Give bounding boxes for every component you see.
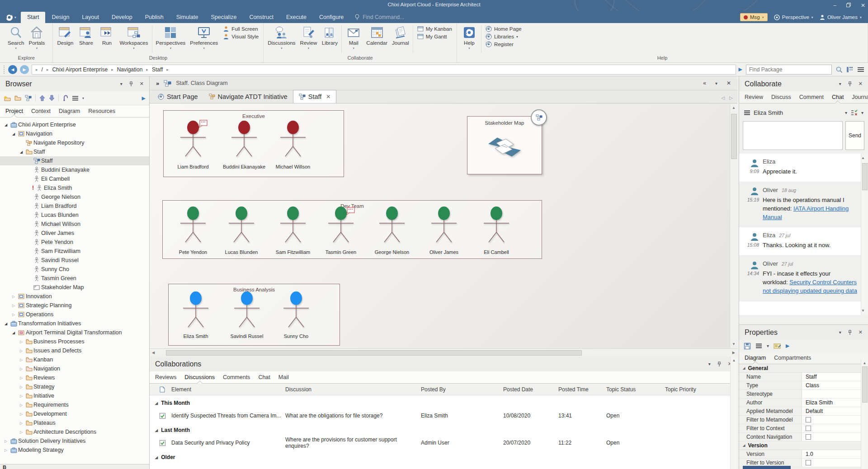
browser-tab-project[interactable]: Project bbox=[5, 105, 23, 117]
ribbon-tab-publish[interactable]: Publish bbox=[139, 12, 170, 23]
expander-open-icon[interactable]: ◢ bbox=[10, 331, 17, 335]
tree-item-innovation[interactable]: ▷Innovation bbox=[0, 292, 149, 301]
full-screen-button[interactable]: Full Screen bbox=[223, 26, 259, 32]
hamburger-menu-icon[interactable] bbox=[744, 110, 750, 115]
column-header-posted-by[interactable]: Posted By bbox=[421, 386, 503, 393]
properties-scrollbar[interactable]: ▲ bbox=[861, 359, 868, 469]
actor-sam-fitzwilliam[interactable] bbox=[273, 206, 313, 244]
message-link[interactable]: IATA Airport Handling Manual bbox=[763, 205, 849, 220]
scrollbar-thumb[interactable] bbox=[862, 163, 868, 190]
chevron-down-icon[interactable]: ▾ bbox=[715, 81, 717, 86]
properties-close-icon[interactable]: ✕ bbox=[859, 329, 863, 335]
doc-tab-navigate-atdt-initiative[interactable]: Navigate ATDT Initiative bbox=[203, 91, 293, 103]
tree-item-airport-terminal-digital-transformation[interactable]: ◢Airport Terminal Digital Transformation bbox=[0, 328, 149, 337]
perspective-selector[interactable]: Perspective▾ bbox=[774, 14, 813, 20]
browser-forward-icon[interactable]: ▶ bbox=[142, 95, 146, 101]
tree-item-architecture-descriptions[interactable]: ▷Architecture Descriptions bbox=[0, 427, 149, 436]
library-button[interactable]: Library bbox=[319, 25, 340, 47]
scrollbar-thumb[interactable] bbox=[862, 366, 868, 403]
horizontal-scrollbar[interactable]: ◀ ▶ bbox=[150, 348, 737, 356]
tree-item-lucas-blunden[interactable]: Lucas Blunden bbox=[0, 211, 149, 220]
close-icon[interactable]: ✕ bbox=[726, 80, 731, 86]
scrollbar-thumb[interactable] bbox=[731, 114, 737, 159]
chevron-down-icon[interactable]: ▾ bbox=[861, 110, 863, 115]
doc-tab-staff[interactable]: Staff✕ bbox=[293, 90, 337, 103]
tree-item-navigation[interactable]: ▷Navigation bbox=[0, 364, 149, 373]
table-row[interactable]: Data Security and Privacy PolicyWhere ar… bbox=[150, 436, 737, 450]
discussions-button[interactable]: Discussions▾ bbox=[265, 25, 297, 51]
property-value[interactable]: Class bbox=[802, 381, 861, 389]
new-package-icon[interactable] bbox=[4, 95, 11, 101]
tree-item-operations[interactable]: ▷Operations bbox=[0, 310, 149, 319]
send-button[interactable]: Send bbox=[845, 121, 864, 150]
column-header-discussion[interactable]: Discussion bbox=[285, 386, 421, 393]
property-row-filter-to-context[interactable]: Filter to Context bbox=[739, 424, 861, 433]
property-row-type[interactable]: TypeClass bbox=[739, 381, 861, 390]
browser-dropdown-icon[interactable]: ▾ bbox=[120, 81, 123, 86]
tree-item-staff[interactable]: Staff bbox=[0, 156, 149, 165]
message-link[interactable]: Security Control Counters not displaying… bbox=[763, 279, 857, 294]
property-row-context-navigation[interactable]: Context Navigation bbox=[739, 433, 861, 441]
property-row-filter-to-metamodel[interactable]: Filter to Metamodel bbox=[739, 416, 861, 424]
ribbon-tab-develop[interactable]: Develop bbox=[105, 12, 139, 23]
collaborate-tab-chat[interactable]: Chat bbox=[832, 91, 844, 103]
journal-button[interactable]: Journal bbox=[390, 25, 411, 47]
workspaces-button[interactable]: Workspaces▾ bbox=[117, 25, 150, 51]
preferences-button[interactable]: Preferences▾ bbox=[188, 25, 220, 51]
ribbon-tab-configure[interactable]: Configure bbox=[313, 12, 350, 23]
ribbon-tab-start[interactable]: Start bbox=[21, 12, 45, 23]
expander-open-icon[interactable]: ◢ bbox=[18, 150, 24, 154]
tree-item-business-processes[interactable]: ▷Business Processes bbox=[0, 337, 149, 346]
expander-closed-icon[interactable]: ▷ bbox=[3, 439, 9, 443]
tree-item-solution-delivery-initiatives[interactable]: ▷Solution Delivery Initiatives bbox=[0, 436, 149, 446]
tree-item-sam-fitzwilliam[interactable]: Sam Fitzwilliam bbox=[0, 247, 149, 256]
tree-item-strategy[interactable]: ▷Strategy bbox=[0, 382, 149, 391]
actor-sunny-cho[interactable] bbox=[276, 291, 316, 329]
libraries-button[interactable]: Libraries▾ bbox=[486, 33, 522, 40]
checkbox[interactable] bbox=[806, 426, 811, 431]
tree-item-reviews[interactable]: ▷Reviews bbox=[0, 373, 149, 382]
mail-button[interactable]: Mail▾ bbox=[343, 25, 364, 51]
share-button[interactable]: Share bbox=[75, 25, 96, 47]
review-button[interactable]: Review▾ bbox=[298, 25, 320, 51]
hamburger-menu-icon[interactable] bbox=[755, 343, 762, 348]
table-group-last-month[interactable]: ◢Last Month bbox=[150, 424, 737, 436]
scrollbar-thumb[interactable] bbox=[166, 350, 582, 356]
properties-tab-compartments[interactable]: Compartments bbox=[774, 352, 811, 364]
collaborate-pin-icon[interactable] bbox=[848, 81, 852, 87]
table-group-older[interactable]: ◢Older bbox=[150, 451, 737, 463]
actor-oliver-james[interactable] bbox=[424, 206, 464, 244]
tree-item-oliver-james[interactable]: Oliver James bbox=[0, 229, 149, 238]
tree-item-modeling-strategy[interactable]: ▷Modeling Strategy bbox=[0, 446, 149, 455]
actor-george-nielson[interactable] bbox=[372, 206, 412, 244]
ribbon-tab-layout[interactable]: Layout bbox=[75, 12, 105, 23]
tree-item-pete-yendon[interactable]: Pete Yendon bbox=[0, 238, 149, 247]
expander-closed-icon[interactable]: ▷ bbox=[18, 430, 24, 434]
property-group-version[interactable]: ◢Version bbox=[739, 441, 861, 450]
search-icon[interactable] bbox=[835, 66, 843, 73]
table-row[interactable]: Identify Suspected Threats from Camera I… bbox=[150, 409, 737, 422]
vertical-scrollbar[interactable]: ▲▼ bbox=[730, 103, 737, 348]
collaborations-tab-reviews[interactable]: Reviews bbox=[155, 371, 176, 383]
property-row-name[interactable]: NameStaff bbox=[739, 373, 861, 381]
ribbon-tab-design[interactable]: Design bbox=[45, 12, 75, 23]
diagram-element-stakeholder-map[interactable]: Stakeholder Map bbox=[467, 116, 542, 174]
expander-closed-icon[interactable]: ▷ bbox=[18, 349, 24, 353]
column-header-topic-priority[interactable]: Topic Priority bbox=[665, 386, 737, 393]
tree-item-chixi-airport-enterprise[interactable]: ◢Chixi Airport Enterprise bbox=[0, 120, 149, 129]
close-button[interactable]: ✕ bbox=[861, 2, 865, 9]
column-header-posted-date[interactable]: Posted Date bbox=[503, 386, 558, 393]
tree-item-requirements[interactable]: ▷Requirements bbox=[0, 400, 149, 409]
tree-item-kanban[interactable]: ▷Kanban bbox=[0, 355, 149, 364]
move-down-icon[interactable] bbox=[49, 95, 55, 101]
property-group-general[interactable]: ◢General bbox=[739, 364, 861, 373]
register-button[interactable]: Register bbox=[486, 41, 522, 47]
property-row-stereotype[interactable]: Stereotype bbox=[739, 390, 861, 399]
scroll-right-icon[interactable]: ▶ bbox=[730, 351, 737, 355]
diagram-reference-badge[interactable] bbox=[531, 109, 547, 126]
portals-button[interactable]: Portals▾ bbox=[26, 25, 47, 51]
my-gantt-button[interactable]: My Gantt bbox=[417, 33, 452, 40]
actor-buddini-ekanayake[interactable] bbox=[224, 120, 264, 159]
actor-liam-bradford[interactable] bbox=[173, 120, 213, 159]
collaborations-pin-icon[interactable] bbox=[717, 361, 722, 367]
